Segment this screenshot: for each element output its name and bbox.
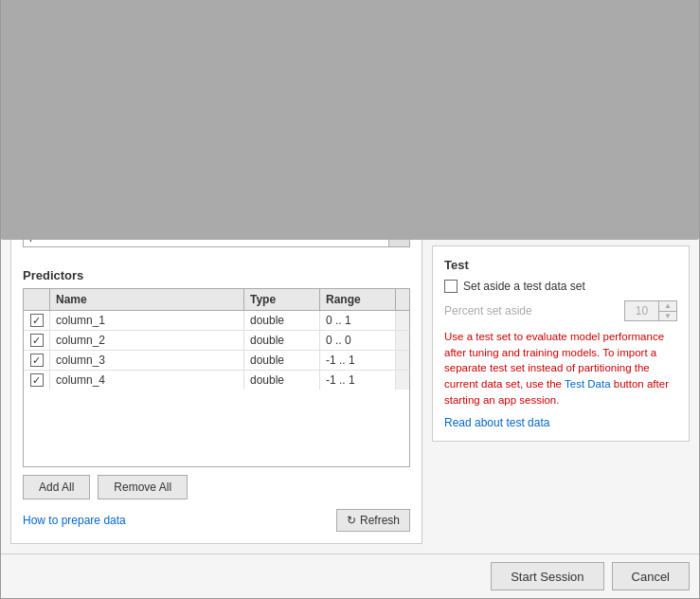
percent-aside-increment[interactable]: ▲: [659, 301, 676, 312]
row-name-3: column_4: [50, 371, 244, 390]
bottom-row: How to prepare data ↻ Refresh: [23, 509, 410, 532]
row-checkbox-1[interactable]: [30, 334, 44, 347]
row-check-1[interactable]: [24, 331, 50, 350]
table-row: column_2 double 0 .. 0: [24, 331, 409, 351]
add-all-button[interactable]: Add All: [23, 475, 90, 499]
row-check-0[interactable]: [24, 311, 50, 330]
table-row: column_3 double -1 .. 1: [24, 351, 409, 371]
table-header: Name Type Range: [24, 289, 409, 311]
row-checkbox-2[interactable]: [30, 354, 44, 367]
col-header-range: Range: [320, 289, 396, 310]
left-panel: Data set Data Set Variable prsmtX 300x34…: [10, 39, 422, 544]
predictors-table: Name Type Range column_1 double 0 .. 1: [23, 288, 410, 467]
row-name-2: column_3: [50, 351, 244, 370]
footer: Start Session Cancel: [1, 554, 699, 598]
row-range-2: -1 .. 1: [320, 351, 396, 370]
row-type-1: double: [244, 331, 320, 350]
row-name-1: column_2: [50, 331, 244, 350]
row-checkbox-0[interactable]: [30, 314, 44, 327]
test-description: Use a test set to evaluate model perform…: [444, 329, 677, 408]
start-session-button[interactable]: Start Session: [491, 562, 603, 590]
col-header-type: Type: [244, 289, 320, 310]
row-checkbox-3[interactable]: [30, 373, 44, 387]
cancel-button[interactable]: Cancel: [612, 562, 690, 590]
refresh-button[interactable]: ↻ Refresh: [336, 509, 410, 532]
row-range-0: 0 .. 1: [320, 311, 396, 330]
col-header-name: Name: [50, 289, 244, 310]
percent-aside-decrement[interactable]: ▼: [659, 312, 676, 321]
percent-aside-row: Percent set aside 10 ▲ ▼: [444, 300, 677, 321]
how-to-prepare-link[interactable]: How to prepare data: [23, 514, 126, 527]
col-header-scroll: [396, 289, 409, 310]
refresh-label: Refresh: [360, 514, 400, 527]
row-name-0: column_1: [50, 311, 244, 330]
read-test-link[interactable]: Read about test data: [444, 416, 549, 429]
percent-aside-value: 10: [625, 301, 659, 320]
row-check-2[interactable]: [24, 351, 50, 370]
remove-all-button[interactable]: Remove All: [98, 475, 188, 499]
row-type-0: double: [244, 311, 320, 330]
predictors-section: Predictors Name Type Range column_1 d: [23, 259, 410, 467]
main-window: M New Session from Workspace ─ □ ✕ Data …: [0, 0, 700, 599]
test-box: Test Set aside a test data set Percent s…: [432, 245, 690, 442]
refresh-icon: ↻: [347, 514, 356, 527]
predictors-title: Predictors: [23, 268, 410, 282]
test-title: Test: [444, 258, 677, 272]
table-body: column_1 double 0 .. 1 column_2 double 0…: [24, 311, 409, 466]
row-scroll-2: [396, 351, 409, 370]
row-range-1: 0 .. 0: [320, 331, 396, 350]
test-aside-checkbox[interactable]: [444, 280, 458, 293]
row-scroll-0: [396, 311, 409, 330]
table-row: column_4 double -1 .. 1: [24, 371, 409, 390]
row-type-2: double: [244, 351, 320, 370]
row-scroll-3: [396, 371, 409, 390]
percent-aside-spinner-buttons: ▲ ▼: [659, 301, 676, 320]
row-type-3: double: [244, 371, 320, 390]
table-row: column_1 double 0 .. 1: [24, 311, 409, 331]
percent-aside-label: Percent set aside: [444, 304, 532, 318]
content-area: Data set Data Set Variable prsmtX 300x34…: [1, 29, 699, 554]
predictor-buttons: Add All Remove All: [23, 475, 410, 499]
col-header-check: [24, 289, 50, 310]
test-aside-label: Set aside a test data set: [463, 280, 585, 293]
test-aside-row: Set aside a test data set: [444, 280, 677, 293]
percent-aside-spinner[interactable]: 10 ▲ ▼: [624, 300, 677, 321]
row-range-3: -1 .. 1: [320, 371, 396, 390]
row-scroll-1: [396, 331, 409, 350]
test-data-link[interactable]: Test Data: [565, 378, 611, 390]
row-check-3[interactable]: [24, 371, 50, 390]
